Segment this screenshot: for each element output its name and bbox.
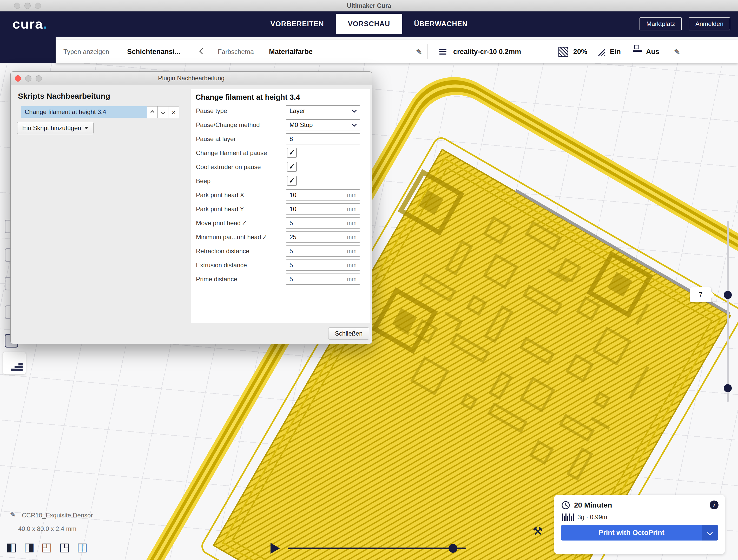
- camera-view-presets: ◧ ◨ ◰ ◳ ◫: [5, 540, 88, 554]
- settings-field-row: Retraction distance 5 mm: [191, 244, 370, 258]
- info-icon[interactable]: i: [710, 501, 719, 509]
- edit-print-settings-pencil-icon[interactable]: ✎: [674, 47, 680, 56]
- field-unit: mm: [347, 248, 360, 254]
- view-type-label: Typen anzeigen: [63, 48, 109, 56]
- support-value[interactable]: Ein: [610, 48, 621, 56]
- view-preset-icon[interactable]: ◧: [5, 540, 18, 554]
- settings-field-row: Beep ✓: [191, 174, 370, 188]
- move-script-up-button[interactable]: [147, 106, 158, 118]
- field-input-value: 10: [286, 191, 347, 199]
- field-input-value: 5: [286, 247, 347, 255]
- checkmark-icon: ✓: [289, 149, 295, 156]
- field-input[interactable]: 8: [286, 133, 360, 144]
- remove-script-button[interactable]: ×: [168, 106, 179, 118]
- layer-slider-track[interactable]: [727, 221, 729, 402]
- settings-heading: Change filament at height 3.4: [196, 93, 300, 101]
- field-checkbox[interactable]: ✓: [287, 162, 297, 172]
- tab-preview[interactable]: VORSCHAU: [336, 14, 402, 34]
- collapse-panel-chevron-icon[interactable]: [200, 49, 205, 55]
- stage-menu-row: Typen anzeigen Schichtenansi... Farbsche…: [0, 37, 738, 63]
- divider: [214, 44, 214, 59]
- view-preset-icon[interactable]: ◰: [41, 540, 53, 554]
- logo-dot: .: [43, 16, 47, 32]
- view-preset-icon[interactable]: ◫: [76, 540, 88, 554]
- rename-model-pencil-icon[interactable]: ✎: [10, 511, 16, 519]
- close-dialog-button[interactable]: Schließen: [328, 327, 369, 340]
- field-label: Change filament at pause: [196, 149, 267, 157]
- field-checkbox[interactable]: ✓: [287, 176, 297, 186]
- script-list-row: Change filament at height 3.4 ×: [21, 106, 179, 118]
- clock-icon: [561, 501, 571, 510]
- chevron-down-icon: [352, 122, 357, 126]
- layers-stairs-icon: [11, 362, 23, 371]
- field-select-value: M0 Stop: [286, 121, 352, 128]
- window-titlebar: Ultimaker Cura: [0, 0, 738, 11]
- settings-field-row: Cool extruder on pause ✓: [191, 160, 370, 174]
- field-input[interactable]: 5 mm: [286, 259, 360, 270]
- field-input-value: 10: [286, 205, 347, 213]
- field-unit: mm: [347, 234, 360, 240]
- filament-icon: [562, 514, 574, 521]
- move-script-down-button[interactable]: [157, 106, 168, 118]
- field-input[interactable]: 5 mm: [286, 273, 360, 285]
- printer-profile-value[interactable]: creality-cr-10 0.2mm: [453, 48, 521, 56]
- view-preset-icon[interactable]: ◨: [23, 540, 35, 554]
- layer-slider-upper-handle[interactable]: [724, 291, 732, 299]
- print-summary-card: 20 Minuten i 3g · 0.99m Print with OctoP…: [554, 495, 725, 554]
- edit-color-scheme-pencil-icon[interactable]: ✎: [416, 47, 422, 56]
- marketplace-button[interactable]: Marktplatz: [640, 17, 682, 30]
- dialog-title: Plugin Nachbearbeitung: [11, 72, 372, 85]
- field-label: Pause type: [196, 107, 227, 114]
- settings-field-row: Park print head X 10 mm: [191, 188, 370, 202]
- field-checkbox[interactable]: ✓: [287, 148, 297, 158]
- material-estimate: 3g · 0.99m: [578, 514, 607, 521]
- field-unit: mm: [347, 220, 360, 226]
- field-input[interactable]: 5 mm: [286, 217, 360, 228]
- layer-slider-lower-handle[interactable]: [724, 384, 732, 392]
- cura-logo: cura.: [12, 11, 47, 37]
- dropdown-caret-icon: [84, 127, 88, 129]
- view-preset-icon[interactable]: ◳: [58, 540, 71, 554]
- adhesion-value[interactable]: Aus: [646, 48, 659, 56]
- layer-view-panel[interactable]: [3, 352, 26, 375]
- add-script-button[interactable]: Ein Skript hinzufügen: [17, 122, 93, 134]
- field-input[interactable]: 10 mm: [286, 189, 360, 200]
- script-settings-panel: Change filament at height 3.4 Pause type…: [191, 89, 370, 323]
- field-label: Move print head Z: [196, 219, 246, 227]
- print-with-octoprint-button[interactable]: Print with OctoPrint: [561, 525, 718, 541]
- simulation-slider-track[interactable]: [288, 548, 466, 549]
- settings-field-row: Pause type Layer: [191, 104, 370, 118]
- field-input[interactable]: 10 mm: [286, 203, 360, 214]
- field-input[interactable]: 5 mm: [286, 245, 360, 256]
- signin-button[interactable]: Anmelden: [689, 17, 730, 30]
- field-label: Cool extruder on pause: [196, 163, 261, 171]
- field-select[interactable]: Layer: [286, 105, 360, 116]
- settings-field-row: Prime distance 5 mm: [191, 272, 370, 286]
- simulation-play-button[interactable]: [271, 543, 280, 554]
- simulation-slider-knob[interactable]: [448, 544, 457, 553]
- field-input-value: 5: [286, 261, 347, 269]
- adjust-settings-wrench-icon[interactable]: ⚒: [533, 525, 542, 537]
- field-label: Pause at layer: [196, 135, 236, 143]
- tab-monitor[interactable]: ÜBERWACHEN: [402, 14, 479, 34]
- header-left-fill: [0, 37, 56, 63]
- field-select[interactable]: M0 Stop: [286, 119, 360, 130]
- field-label: Park print head X: [196, 191, 244, 199]
- model-dimensions: 40.0 x 80.0 x 2.4 mm: [18, 525, 76, 532]
- support-icon: [598, 48, 605, 56]
- infill-value[interactable]: 20%: [573, 48, 587, 56]
- dialog-titlebar: Plugin Nachbearbeitung: [11, 72, 372, 85]
- field-label: Minimum par...rint head Z: [196, 233, 267, 241]
- print-options-chevron-icon[interactable]: [702, 525, 718, 541]
- divider: [427, 44, 428, 59]
- field-input-value: 5: [286, 219, 347, 227]
- post-processing-dialog: Plugin Nachbearbeitung Skripts Nachbearb…: [10, 71, 372, 344]
- color-scheme-dropdown[interactable]: Materialfarbe: [269, 48, 313, 56]
- field-input[interactable]: 25 mm: [286, 231, 360, 242]
- tab-prepare[interactable]: VORBEREITEN: [259, 14, 336, 34]
- stage-tabs: VORBEREITEN VORSCHAU ÜBERWACHEN: [259, 11, 480, 37]
- view-type-dropdown[interactable]: Schichtenansi...: [127, 48, 180, 56]
- selected-script-item[interactable]: Change filament at height 3.4: [21, 106, 147, 118]
- field-input-value: 25: [286, 233, 347, 241]
- print-time-estimate: 20 Minuten: [574, 501, 612, 509]
